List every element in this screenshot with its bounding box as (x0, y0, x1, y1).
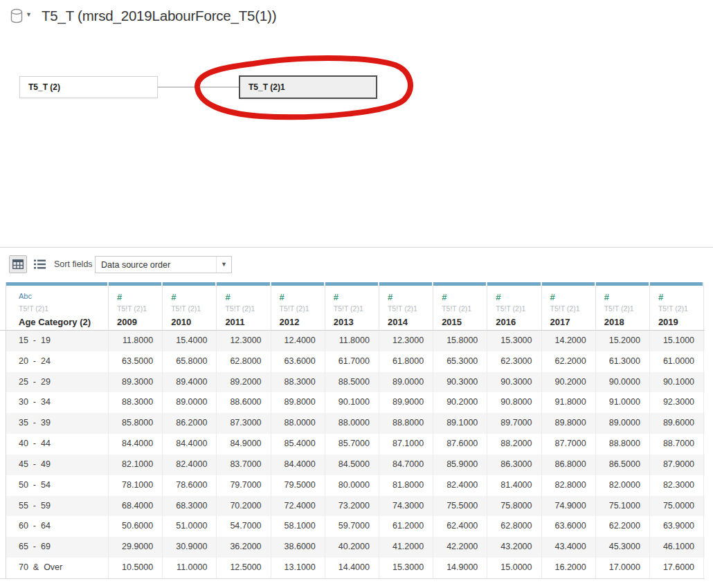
value-cell: 68.4000 (109, 496, 163, 517)
value-cell: 81.8000 (379, 475, 433, 496)
value-cell: 90.3000 (433, 372, 487, 393)
chevron-down-icon[interactable]: ▼ (216, 257, 231, 273)
value-cell: 90.1000 (650, 372, 704, 393)
column-table-name: T5!T (2)1 (658, 304, 703, 315)
database-icon[interactable] (10, 8, 24, 24)
value-cell: 88.0000 (325, 413, 379, 434)
value-cell: 88.7000 (650, 434, 704, 454)
column-name: 2019 (658, 317, 703, 327)
value-cell: 14.9000 (433, 558, 487, 578)
column-header[interactable]: AbcT5!T (2)1Age Category (2) (6, 282, 109, 330)
value-cell: 82.4000 (163, 454, 217, 475)
value-cell: 87.3000 (217, 413, 271, 434)
value-cell: 15.4000 (163, 331, 217, 351)
value-cell: 82.1000 (109, 454, 163, 475)
column-table-name: T5!T (2)1 (19, 304, 108, 315)
column-header[interactable]: #T5!T (2)12015 (433, 282, 487, 330)
value-cell: 50.6000 (109, 516, 163, 537)
column-header[interactable]: #T5!T (2)12013 (325, 282, 379, 330)
row-gutter (0, 558, 6, 578)
value-cell: 30.9000 (163, 537, 217, 558)
value-cell: 88.0000 (271, 413, 325, 434)
column-header[interactable]: #T5!T (2)12016 (487, 282, 541, 330)
age-category-cell: 65 - 69 (6, 537, 109, 558)
column-header[interactable]: #T5!T (2)12010 (163, 282, 217, 330)
grid-body: 15 - 1911.800015.400012.300012.400011.80… (0, 331, 705, 579)
sort-fields-label: Sort fields (54, 259, 93, 269)
column-name: 2017 (550, 317, 595, 327)
value-cell: 89.9000 (379, 392, 433, 413)
table-row: 70 & Over10.500011.000012.500013.100014.… (0, 558, 705, 578)
value-cell: 90.2000 (542, 372, 596, 393)
value-cell: 85.8000 (109, 413, 163, 434)
number-type-icon: # (658, 292, 703, 303)
column-header[interactable]: #T5!T (2)12014 (379, 282, 433, 330)
value-cell: 82.4000 (433, 475, 487, 496)
page-title: T5_T (mrsd_2019LabourForce_T5(1)) (42, 7, 276, 25)
column-name: 2018 (604, 317, 649, 327)
number-type-icon: # (550, 292, 595, 303)
value-cell: 42.2000 (433, 537, 487, 558)
age-category-cell: 60 - 64 (6, 516, 109, 537)
value-cell: 68.3000 (163, 496, 217, 517)
value-cell: 88.8000 (596, 434, 650, 454)
column-header[interactable]: #T5!T (2)12009 (109, 282, 163, 330)
value-cell: 73.2000 (325, 496, 379, 517)
value-cell: 72.4000 (271, 496, 325, 517)
table-row: 35 - 3985.800086.200087.300088.000088.00… (0, 413, 705, 434)
row-gutter (0, 434, 6, 454)
value-cell: 79.7000 (217, 475, 271, 496)
table-node-right-selected[interactable]: T5_T (2)1 (239, 75, 377, 99)
value-cell: 91.8000 (542, 392, 596, 413)
value-cell: 88.3000 (109, 392, 163, 413)
value-cell: 11.8000 (109, 331, 163, 351)
age-category-cell: 35 - 39 (6, 413, 109, 434)
value-cell: 88.6000 (217, 392, 271, 413)
table-row: 30 - 3488.300089.000088.600089.800090.10… (0, 392, 705, 413)
table-row: 55 - 5968.400068.300070.200072.400073.20… (0, 496, 705, 517)
value-cell: 62.8000 (217, 351, 271, 372)
value-cell: 82.0000 (596, 475, 650, 496)
value-cell: 16.2000 (542, 558, 596, 578)
column-name: 2011 (225, 317, 270, 327)
sort-order-value: Data source order (96, 260, 216, 270)
list-view-button[interactable] (33, 257, 47, 271)
value-cell: 12.5000 (217, 558, 271, 578)
grid-view-button[interactable] (9, 255, 27, 273)
table-row: 40 - 4484.400084.400084.900085.400085.70… (0, 434, 705, 454)
value-cell: 92.3000 (650, 392, 704, 413)
chevron-down-icon[interactable]: ▼ (26, 11, 32, 18)
row-gutter (0, 496, 6, 517)
column-header[interactable]: #T5!T (2)12018 (596, 282, 650, 330)
preview-toolbar: Sort fields Data source order ▼ (0, 247, 713, 282)
table-node-left[interactable]: T5_T (2) (19, 76, 158, 98)
table-row: 25 - 2989.300089.400089.200088.300088.50… (0, 372, 705, 393)
column-name: 2016 (496, 317, 541, 327)
value-cell: 78.6000 (163, 475, 217, 496)
age-category-cell: 40 - 44 (6, 434, 109, 454)
value-cell: 89.1000 (433, 413, 487, 434)
table-node-label: T5_T (2) (28, 82, 60, 92)
number-type-icon: # (604, 292, 649, 303)
value-cell: 14.2000 (542, 331, 596, 351)
age-category-cell: 50 - 54 (6, 475, 109, 496)
value-cell: 82.3000 (650, 475, 704, 496)
column-table-name: T5!T (2)1 (171, 304, 216, 315)
sort-order-dropdown[interactable]: Data source order ▼ (95, 256, 232, 273)
value-cell: 61.8000 (379, 351, 433, 372)
value-cell: 17.0000 (596, 558, 650, 578)
column-table-name: T5!T (2)1 (388, 304, 433, 315)
row-gutter (0, 413, 6, 434)
value-cell: 88.3000 (271, 372, 325, 393)
value-cell: 89.0000 (163, 392, 217, 413)
grid-header-row: AbcT5!T (2)1Age Category (2)#T5!T (2)120… (0, 282, 705, 331)
value-cell: 89.2000 (217, 372, 271, 393)
row-gutter (0, 537, 6, 558)
column-header[interactable]: #T5!T (2)12017 (542, 282, 596, 330)
column-header[interactable]: #T5!T (2)12012 (271, 282, 325, 330)
column-header[interactable]: #T5!T (2)12019 (650, 282, 704, 330)
value-cell: 61.3000 (596, 351, 650, 372)
column-header[interactable]: #T5!T (2)12011 (217, 282, 271, 330)
value-cell: 70.2000 (217, 496, 271, 517)
value-cell: 85.9000 (433, 454, 487, 475)
